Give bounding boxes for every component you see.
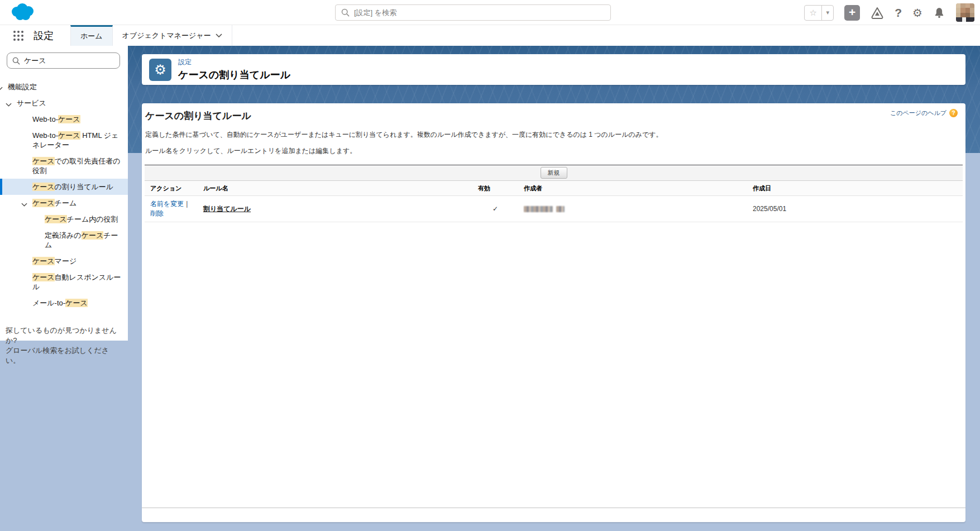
app-name: 設定: [34, 29, 54, 42]
action-separator: |: [186, 200, 188, 208]
sidebar-item[interactable]: Web-to-ケース HTML ジェネレーター: [0, 127, 128, 153]
rename-action-link[interactable]: 名前を変更: [150, 200, 184, 208]
sidebar-item-label-part: Web-to-: [32, 131, 58, 140]
favorites-star-icon[interactable]: ☆: [805, 6, 821, 20]
help-row: このページのヘルプ ?: [890, 109, 958, 117]
redacted-creator-name: [524, 206, 553, 212]
sidebar-item[interactable]: ケース自動レスポンスルール: [0, 269, 128, 295]
column-header: アクション: [145, 181, 198, 196]
content-description-1: 定義した条件に基づいて、自動的にケースがユーザーまたはキューに割り当てられます。…: [145, 130, 963, 140]
rules-table-block: 新規 アクションルール名有効作成者作成日 名前を変更|削除割り当てルール✓202…: [145, 165, 963, 222]
sidebar-item[interactable]: ケースチーム: [0, 195, 128, 211]
table-row: 名前を変更|削除割り当てルール✓2025/05/01: [145, 196, 963, 222]
setup-tree: 機能設定サービスWeb-to-ケースWeb-to-ケース HTML ジェネレータ…: [0, 79, 128, 311]
sidebar-item-label-part: ケース: [45, 215, 67, 223]
content-footer-divider: [142, 508, 965, 508]
sidebar-item-label-part: ケース: [58, 131, 80, 140]
user-avatar[interactable]: [956, 3, 974, 22]
sidebar-item[interactable]: ケースでの取引先責任者の役割: [0, 153, 128, 179]
search-icon: [341, 8, 350, 17]
sidebar-item[interactable]: Web-to-ケース: [0, 111, 128, 127]
global-header-actions: ☆ ▾ + ? ⚙: [804, 0, 974, 25]
sidebar-item-label-part: ケース: [32, 157, 55, 165]
quick-find: [7, 52, 120, 69]
sidebar-item-label-part: ケース: [32, 273, 55, 281]
column-header: 作成者: [518, 181, 747, 196]
favorites-control: ☆ ▾: [804, 5, 834, 21]
chevron-down-icon[interactable]: [21, 199, 27, 209]
chevron-down-icon[interactable]: [6, 99, 12, 109]
sidebar-item-label-part: ケース: [32, 257, 55, 265]
column-header: 作成日: [747, 181, 963, 196]
sidebar-item[interactable]: サービス: [0, 95, 128, 111]
sidebar-item-label-part: チーム内の役割: [67, 215, 118, 223]
sidebar-item-label-part: Web-to-: [32, 115, 58, 123]
page-header-eyebrow: 設定: [178, 58, 290, 67]
page-header-card: ⚙ 設定 ケースの割り当てルール: [142, 54, 965, 85]
salesforce-setup-app: ☆ ▾ + ? ⚙: [0, 0, 980, 531]
rule-name-link[interactable]: 割り当てルール: [203, 205, 251, 213]
main-region: 機能設定サービスWeb-to-ケースWeb-to-ケース HTML ジェネレータ…: [0, 46, 980, 531]
sidebar-item[interactable]: ケースチーム内の役割: [0, 211, 128, 227]
sidebar-item-label-part: チーム: [55, 199, 77, 207]
setup-gear-icon[interactable]: ⚙: [912, 7, 922, 18]
delete-action-link[interactable]: 削除: [150, 209, 164, 217]
setup-gear-tile-icon: ⚙: [149, 59, 171, 81]
page-help-link[interactable]: このページのヘルプ: [890, 109, 946, 117]
favorites-caret-icon[interactable]: ▾: [821, 6, 833, 20]
sidebar-item[interactable]: メール-to-ケース: [0, 295, 128, 311]
active-checkmark: ✓: [472, 196, 518, 222]
content-title: ケースの割り当てルール: [145, 109, 963, 122]
tab-home-label: ホーム: [80, 31, 103, 41]
column-header: 有効: [472, 181, 518, 196]
sidebar-item-label-part: ケース: [32, 183, 55, 191]
sidebar-item[interactable]: 定義済みのケースチーム: [0, 227, 128, 253]
setup-nav-bar: 設定 ホーム オブジェクトマネージャー: [0, 25, 980, 46]
global-search: [335, 4, 611, 21]
sidebar-item-label-part: ケース: [65, 299, 88, 307]
chevron-down-icon[interactable]: [0, 83, 3, 93]
rules-table-toolbar: 新規: [145, 165, 963, 181]
page-title: ケースの割り当てルール: [178, 68, 290, 82]
sidebar-item[interactable]: ケースマージ: [0, 253, 128, 269]
column-header: ルール名: [198, 181, 472, 196]
chevron-down-icon: [216, 34, 222, 37]
sidebar-item[interactable]: ケースの割り当てルール: [0, 179, 128, 195]
quick-find-input[interactable]: [24, 56, 114, 65]
tab-object-manager[interactable]: オブジェクトマネージャー: [113, 25, 232, 46]
sidebar-item-label-part: メール-to-: [32, 299, 65, 307]
content-card: このページのヘルプ ? ケースの割り当てルール 定義した条件に基づいて、自動的に…: [142, 103, 965, 522]
salesforce-logo-icon[interactable]: [9, 2, 38, 23]
created-date: 2025/05/01: [747, 196, 963, 222]
notifications-bell-icon[interactable]: [933, 7, 945, 19]
rules-table: アクションルール名有効作成者作成日 名前を変更|削除割り当てルール✓2025/0…: [145, 181, 963, 222]
sidebar-item[interactable]: 機能設定: [0, 79, 128, 95]
sidebar-item-label-part: ケース: [58, 115, 80, 123]
content-description-2: ルール名をクリックして、ルールエントリを追加または編集します。: [145, 146, 963, 156]
global-actions-plus-icon[interactable]: +: [844, 5, 860, 21]
setup-sidebar: 機能設定サービスWeb-to-ケースWeb-to-ケース HTML ジェネレータ…: [0, 46, 128, 341]
help-badge-icon[interactable]: ?: [949, 109, 958, 117]
sidebar-item-label-part: サービス: [17, 99, 46, 107]
tab-object-manager-label: オブジェクトマネージャー: [122, 31, 211, 41]
sidebar-item-label-part: ケース: [82, 231, 104, 240]
tab-home[interactable]: ホーム: [70, 25, 113, 46]
help-icon[interactable]: ?: [895, 7, 902, 18]
search-icon: [12, 57, 20, 65]
sidebar-item-label-part: ケース: [32, 199, 55, 207]
sidebar-footer-line1: 探しているものが見つかりませんか?: [6, 326, 121, 346]
redacted-creator-alias: [556, 206, 565, 212]
global-header: ☆ ▾ + ? ⚙: [0, 0, 980, 25]
global-search-input[interactable]: [354, 8, 605, 17]
app-launcher-icon[interactable]: [13, 31, 23, 41]
rules-table-header-row: アクションルール名有効作成者作成日: [145, 181, 963, 196]
sidebar-item-label-part: の割り当てルール: [55, 183, 114, 191]
sidebar-footer: 探しているものが見つかりませんか? グローバル検索をお試しください。: [0, 311, 128, 366]
new-rule-button[interactable]: 新規: [541, 167, 567, 179]
sidebar-footer-line2: グローバル検索をお試しください。: [6, 346, 121, 366]
sidebar-item-label-part: 機能設定: [8, 83, 37, 91]
guidance-center-icon[interactable]: [871, 6, 884, 20]
sidebar-item-label-part: 定義済みの: [45, 231, 82, 240]
sidebar-item-label-part: マージ: [55, 257, 77, 265]
